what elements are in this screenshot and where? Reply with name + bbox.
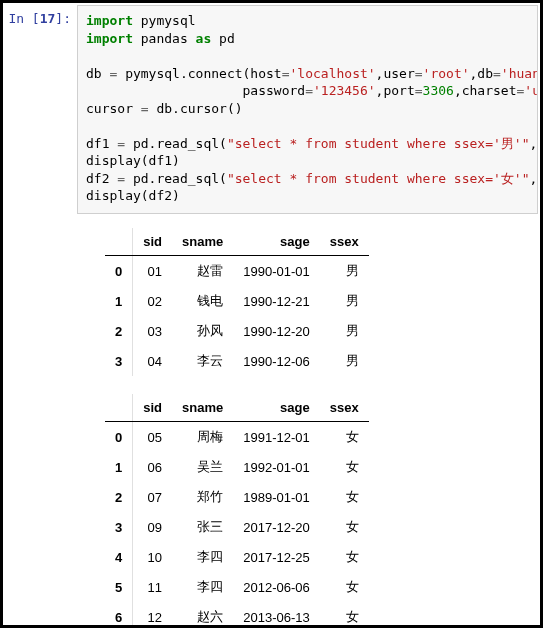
table-cell: 04: [133, 346, 172, 376]
table-row: 207郑竹1989-01-01女: [105, 482, 369, 512]
code-op: =: [141, 101, 149, 116]
code-text: pymysql: [133, 13, 196, 28]
table-cell: 03: [133, 316, 172, 346]
table-cell: 女: [320, 572, 369, 602]
table-header-row: sid sname sage ssex: [105, 394, 369, 422]
input-prompt: In [17]:: [5, 5, 77, 214]
table-row: 001赵雷1990-01-01男: [105, 256, 369, 287]
code-text: ,db: [470, 66, 493, 81]
table-cell: 01: [133, 256, 172, 287]
code-op: =: [117, 171, 125, 186]
code-text: ,db): [529, 136, 538, 151]
dataframe-table-1: sid sname sage ssex 001赵雷1990-01-01男102钱…: [105, 228, 369, 376]
table-cell: 张三: [172, 512, 233, 542]
code-num: 3306: [423, 83, 454, 98]
row-index: 0: [105, 422, 133, 453]
index-header: [105, 228, 133, 256]
code-text: df1: [86, 136, 117, 151]
code-text: display(df2): [86, 188, 180, 203]
table-cell: 1989-01-01: [233, 482, 320, 512]
table-cell: 吴兰: [172, 452, 233, 482]
row-index: 6: [105, 602, 133, 628]
code-text: password: [86, 83, 305, 98]
table-cell: 2013-06-13: [233, 602, 320, 628]
code-op: =: [415, 66, 423, 81]
column-header: ssex: [320, 228, 369, 256]
row-index: 2: [105, 482, 133, 512]
table-row: 511李四2012-06-06女: [105, 572, 369, 602]
code-str: "select * from student where ssex='男'": [227, 136, 530, 151]
prompt-bracket-open: [: [32, 11, 40, 26]
table-cell: 1990-01-01: [233, 256, 320, 287]
table-cell: 女: [320, 512, 369, 542]
table-cell: 李云: [172, 346, 233, 376]
code-str: 'utf8': [524, 83, 538, 98]
table-cell: 1990-12-06: [233, 346, 320, 376]
code-text: ,port: [376, 83, 415, 98]
table-cell: 1991-12-01: [233, 422, 320, 453]
table-cell: 2017-12-25: [233, 542, 320, 572]
notebook-cell-container: In [17]: import pymysql import pandas as…: [0, 0, 543, 628]
table-cell: 赵六: [172, 602, 233, 628]
column-header: ssex: [320, 394, 369, 422]
table-cell: 10: [133, 542, 172, 572]
column-header: sname: [172, 228, 233, 256]
code-cell: In [17]: import pymysql import pandas as…: [5, 5, 538, 214]
table-cell: 女: [320, 482, 369, 512]
code-op: =: [305, 83, 313, 98]
column-header: sid: [133, 228, 172, 256]
code-op: =: [493, 66, 501, 81]
table-cell: 1992-01-01: [233, 452, 320, 482]
code-text: df2: [86, 171, 117, 186]
index-header: [105, 394, 133, 422]
table-cell: 男: [320, 346, 369, 376]
table-cell: 女: [320, 452, 369, 482]
table-row: 410李四2017-12-25女: [105, 542, 369, 572]
table-cell: 2012-06-06: [233, 572, 320, 602]
row-index: 1: [105, 286, 133, 316]
table-cell: 02: [133, 286, 172, 316]
prompt-number: 17: [40, 11, 56, 26]
table-header-row: sid sname sage ssex: [105, 228, 369, 256]
column-header: sage: [233, 394, 320, 422]
code-text: ,charset: [454, 83, 517, 98]
table-cell: 11: [133, 572, 172, 602]
code-str: '123456': [313, 83, 376, 98]
table-cell: 孙风: [172, 316, 233, 346]
row-index: 0: [105, 256, 133, 287]
kw-as: as: [196, 31, 212, 46]
table-cell: 郑竹: [172, 482, 233, 512]
row-index: 1: [105, 452, 133, 482]
code-text: ,db): [529, 171, 538, 186]
code-text: db.cursor(): [149, 101, 243, 116]
row-index: 2: [105, 316, 133, 346]
table-cell: 1990-12-20: [233, 316, 320, 346]
table-cell: 男: [320, 316, 369, 346]
code-text: db: [86, 66, 109, 81]
prompt-in-label: In: [8, 11, 24, 26]
table-cell: 07: [133, 482, 172, 512]
code-text: display(df1): [86, 153, 180, 168]
table-cell: 赵雷: [172, 256, 233, 287]
code-text: ,user: [376, 66, 415, 81]
code-str: 'localhost': [290, 66, 376, 81]
table-cell: 男: [320, 256, 369, 287]
table-row: 102钱电1990-12-21男: [105, 286, 369, 316]
output-area: sid sname sage ssex 001赵雷1990-01-01男102钱…: [105, 228, 538, 628]
code-str: 'huangwei': [501, 66, 538, 81]
table-row: 203孙风1990-12-20男: [105, 316, 369, 346]
code-editor[interactable]: import pymysql import pandas as pd db = …: [77, 5, 538, 214]
table-cell: 06: [133, 452, 172, 482]
table-cell: 钱电: [172, 286, 233, 316]
table-cell: 女: [320, 542, 369, 572]
code-op: =: [415, 83, 423, 98]
code-text: pd.read_sql(: [125, 171, 227, 186]
dataframe-table-2: sid sname sage ssex 005周梅1991-12-01女106吴…: [105, 394, 369, 628]
row-index: 5: [105, 572, 133, 602]
code-text: pd: [211, 31, 234, 46]
code-text: cursor: [86, 101, 141, 116]
table-cell: 李四: [172, 572, 233, 602]
column-header: sage: [233, 228, 320, 256]
code-content: import pymysql import pandas as pd db = …: [86, 12, 529, 205]
table-cell: 男: [320, 286, 369, 316]
